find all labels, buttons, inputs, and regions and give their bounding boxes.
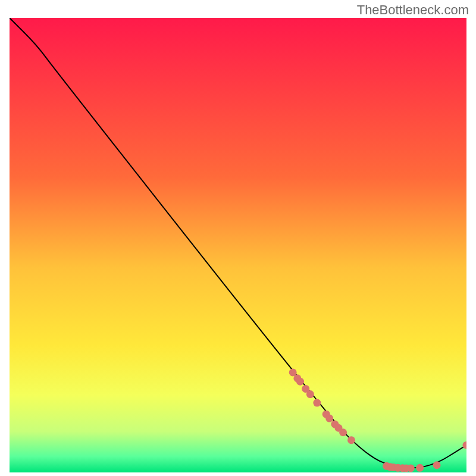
data-dot [347,436,355,444]
data-dot [416,464,424,472]
attribution-text: TheBottleneck.com [357,2,469,18]
data-dot [407,464,415,472]
data-dot [313,399,321,407]
data-dot [325,415,333,422]
data-dot [433,461,441,469]
data-dot [306,390,314,398]
plot-area [10,18,466,472]
gradient-background [10,18,466,472]
data-dot [296,378,304,386]
data-dot [339,428,347,436]
chart-svg [10,18,466,472]
chart-container: TheBottleneck.com [0,0,476,476]
